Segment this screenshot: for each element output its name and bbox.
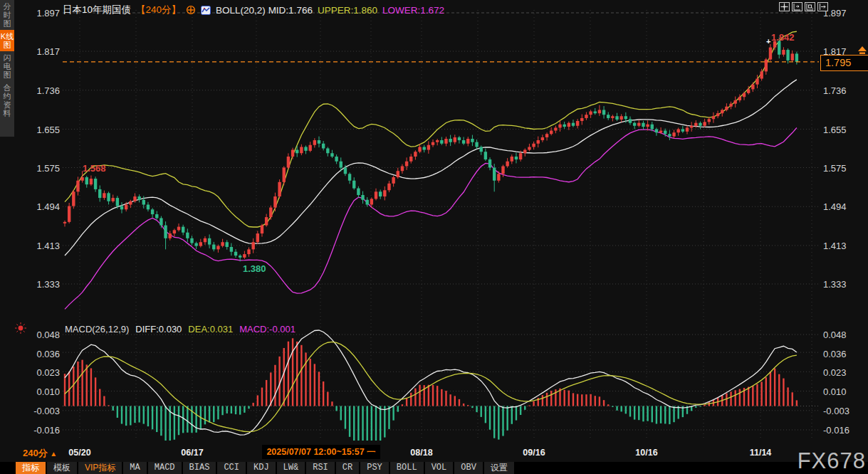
macd-header: MACD(26,12,9) DIFF:0.030 DEA:0.031 MACD:…: [65, 324, 296, 335]
chart-canvas[interactable]: 1.5681.3801.842+: [0, 0, 868, 474]
y-axis-label-left: 1.736: [17, 85, 60, 96]
y-axis-label-left: 1.817: [17, 46, 60, 57]
toolbar-item-ma[interactable]: MA: [123, 462, 146, 474]
sidebar-item-timeline-chart[interactable]: 分时图: [0, 0, 14, 30]
y-axis-label-left: 1.494: [17, 201, 60, 212]
pan-right-button[interactable]: [817, 2, 828, 11]
y-axis-label-left: 1.897: [17, 8, 60, 19]
crosshair-date-readout: 2025/07/07 12:00~15:57 一: [262, 445, 380, 459]
period-selector[interactable]: 240分 ▲: [23, 447, 57, 460]
indicator-toolbar: 指标 模板 VIP指标 MA MACD BIAS CCI KDJ LW& RSI…: [0, 462, 868, 474]
toolbar-item-templates[interactable]: 模板: [47, 462, 77, 474]
site-watermark: FX678: [798, 448, 866, 474]
toolbar-item-obv[interactable]: OBV: [454, 462, 483, 474]
svg-text:1.568: 1.568: [83, 163, 106, 174]
chart-header: 日本10年期国债 【240分】 BOLL(20,2) MID:1.766 UPP…: [63, 3, 444, 17]
crosshair-icon[interactable]: [186, 5, 196, 15]
toolbar-item-vol[interactable]: VOL: [425, 462, 454, 474]
instrument-title: 日本10年期国债: [63, 4, 131, 16]
macd-axis-label-right: -0.016: [823, 425, 849, 436]
chart-app: 1.5681.3801.842+ 分时图 K线图 闪电图 合约资料 日本10年期…: [0, 0, 868, 474]
macd-diff-label: DIFF:0.030: [135, 324, 182, 335]
period-tag[interactable]: 【240分】: [136, 4, 181, 16]
x-axis-label: 10/16: [635, 448, 657, 458]
boll-lower-label: LOWER:1.672: [382, 5, 444, 16]
toolbar-item-boll[interactable]: BOLL: [390, 462, 424, 474]
x-axis-label: 11/14: [750, 448, 772, 458]
x-axis-label: 08/18: [410, 448, 432, 458]
y-axis-label-left: 1.575: [17, 163, 60, 174]
macd-dea-label: DEA:0.031: [188, 324, 233, 335]
sidebar-item-kline-chart[interactable]: K线图: [0, 30, 14, 51]
chevron-up-icon: ▲: [50, 450, 57, 458]
y-axis-label-right: 1.736: [823, 85, 847, 96]
y-axis-label-left: 1.655: [17, 125, 60, 135]
toolbar-item-rsi[interactable]: RSI: [306, 462, 335, 474]
y-axis-label-right: 1.333: [823, 279, 847, 290]
macd-axis-label-right: 0.036: [823, 349, 847, 359]
toolbar-item-lwr[interactable]: LW&: [277, 462, 305, 474]
svg-text:1.842: 1.842: [771, 32, 795, 43]
toolbar-item-settings[interactable]: 设置: [484, 462, 514, 474]
boll-upper-label: UPPER:1.860: [318, 5, 377, 16]
indicator-chart-icon[interactable]: [201, 6, 211, 15]
svg-text:1.380: 1.380: [243, 263, 266, 274]
x-axis-label: 06/17: [181, 448, 203, 458]
toolbar-item-psy[interactable]: PSY: [360, 462, 389, 474]
chart-tools: [779, 2, 828, 11]
macd-axis-label-right: -0.003: [823, 406, 849, 416]
toolbar-item-cci[interactable]: CCI: [217, 462, 246, 474]
y-axis-label-right: 1.575: [823, 163, 847, 174]
macd-axis-label-right: 0.023: [823, 367, 847, 378]
current-price-box: 1.795: [820, 55, 868, 71]
macd-axis-label-right: 0.010: [823, 386, 847, 397]
sidebar-item-contract-info[interactable]: 合约资料: [0, 81, 14, 120]
y-axis-label-right: 1.494: [823, 201, 847, 212]
toolbar-item-macd[interactable]: MACD: [148, 462, 182, 474]
macd-value-label: MACD:-0.001: [239, 324, 296, 335]
x-axis-label: 05/20: [68, 448, 90, 458]
svg-text:+: +: [766, 37, 770, 46]
sidebar-item-flash-chart[interactable]: 闪电图: [0, 51, 14, 81]
macd-axis-label-left: 0.048: [17, 330, 60, 340]
macd-axis-label-right: 0.048: [823, 330, 847, 340]
x-axis-label: 09/16: [523, 448, 545, 458]
move-tool-button[interactable]: [779, 2, 790, 11]
zoom-out-range-button[interactable]: [805, 2, 815, 11]
y-axis-label-right: 1.413: [823, 241, 847, 251]
macd-axis-label-left: 0.023: [17, 367, 60, 378]
toolbar-item-bias[interactable]: BIAS: [183, 462, 216, 474]
y-axis-label-right: 1.655: [823, 125, 847, 135]
toolbar-item-indicators[interactable]: 指标: [16, 462, 46, 474]
boll-mid-label: BOLL(20,2) MID:1.766: [216, 5, 313, 16]
x-axis-row: 240分 ▲ 05/20 06/17 2025/07/07 12:00~15:5…: [0, 443, 868, 462]
y-axis-label-left: 1.333: [17, 279, 60, 290]
toolbar-item-kdj[interactable]: KDJ: [247, 462, 276, 474]
zoom-in-range-button[interactable]: [792, 2, 802, 11]
macd-name-label: MACD(26,12,9): [65, 324, 129, 335]
toolbar-spacer: [0, 462, 14, 474]
y-axis-label-left: 1.413: [17, 241, 60, 251]
toolbar-item-cr[interactable]: CR: [336, 462, 359, 474]
macd-axis-label-left: 0.036: [17, 349, 60, 359]
macd-axis-label-left: -0.016: [17, 425, 60, 436]
sidebar: 分时图 K线图 闪电图 合约资料: [0, 0, 14, 137]
macd-axis-label-left: 0.010: [17, 386, 60, 397]
toolbar-item-vip-indicators[interactable]: VIP指标: [78, 462, 122, 474]
macd-axis-label-left: -0.003: [17, 406, 60, 416]
